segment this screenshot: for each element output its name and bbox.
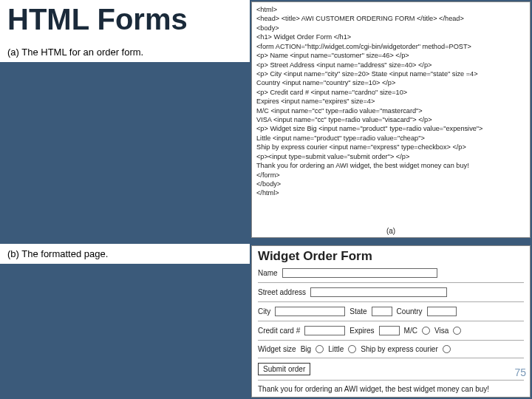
- figure-label-a: (a): [386, 226, 395, 236]
- label-state: State: [349, 307, 366, 316]
- input-city[interactable]: [275, 307, 345, 316]
- label-country: Country: [397, 307, 423, 316]
- code-line: <html>: [256, 5, 525, 14]
- radio-big[interactable]: [316, 345, 324, 353]
- label-name: Name: [258, 269, 278, 277]
- code-line: <p> Credit card # <input name="cardno" s…: [256, 88, 525, 97]
- code-line: Country <input name="country" size=10> <…: [256, 78, 525, 87]
- code-line: <head> <title> AWI CUSTOMER ORDERING FOR…: [256, 14, 525, 23]
- input-name[interactable]: [282, 268, 437, 278]
- label-little: Little: [328, 345, 344, 353]
- label-visa: Visa: [434, 327, 449, 335]
- divider: [258, 358, 524, 358]
- radio-little[interactable]: [348, 345, 356, 353]
- slide-title: HTML Forms: [0, 0, 250, 42]
- label-city: City: [258, 307, 270, 316]
- rendered-form-box: Widget Order Form Name Street address Ci…: [251, 245, 531, 398]
- label-street: Street address: [258, 288, 306, 296]
- code-line: <p> Widget size Big <input name="product…: [256, 124, 525, 133]
- code-line: Little <input name="product" type=radio …: [256, 134, 525, 143]
- divider: [258, 380, 524, 381]
- code-line: <body>: [256, 24, 525, 33]
- caption-a: (a) The HTML for an order form.: [0, 42, 250, 62]
- divider: [258, 340, 524, 341]
- code-line: Expires <input name="expires" size=4>: [256, 97, 525, 106]
- form-heading: Widget Order Form: [258, 249, 524, 264]
- input-state[interactable]: [372, 307, 392, 316]
- html-source-box: <html> <head> <title> AWI CUSTOMER ORDER…: [251, 1, 531, 238]
- divider: [258, 301, 524, 302]
- input-street[interactable]: [310, 287, 447, 297]
- input-expires[interactable]: [379, 326, 400, 335]
- label-expires: Expires: [349, 327, 374, 335]
- code-line: </body>: [256, 180, 525, 188]
- thanks-text: Thank you for ordering an AWI widget, th…: [258, 385, 489, 393]
- divider: [258, 321, 524, 321]
- label-ship: Ship by express courier: [361, 345, 438, 353]
- code-line: </html>: [256, 188, 525, 197]
- checkbox-express[interactable]: [443, 345, 451, 353]
- divider: [258, 282, 524, 283]
- code-line: Thank you for ordering an AWI widget, th…: [256, 161, 525, 170]
- code-line: <h1> Widget Order Form </h1>: [256, 33, 525, 41]
- code-line: Ship by express courier <input name="exp…: [256, 143, 525, 151]
- label-mc: M/C: [404, 327, 417, 335]
- code-line: </form>: [256, 171, 525, 180]
- code-line: <p> Street Address <input name="address"…: [256, 61, 525, 69]
- label-creditcard: Credit card #: [258, 327, 300, 335]
- label-big: Big: [301, 345, 311, 353]
- code-line: M/C <input name="cc" type=radio value="m…: [256, 106, 525, 115]
- caption-b: (b) The formatted page.: [0, 244, 250, 264]
- page-number: 75: [514, 366, 526, 378]
- input-country[interactable]: [427, 307, 457, 316]
- code-line: VISA <input name="cc" type=radio value="…: [256, 115, 525, 124]
- label-widget-size: Widget size: [258, 345, 296, 353]
- code-line: <p><input type=submit value="submit orde…: [256, 152, 525, 161]
- code-line: <form ACTION="http://widget.com/cgi-bin/…: [256, 42, 525, 51]
- code-line: <p> Name <input name="customer" size=46>…: [256, 51, 525, 60]
- submit-button[interactable]: Submit order: [258, 363, 310, 375]
- code-line: <p> City <input name="city" size=20> Sta…: [256, 69, 525, 78]
- radio-mastercard[interactable]: [422, 327, 430, 335]
- input-cardno[interactable]: [304, 326, 345, 335]
- radio-visa[interactable]: [453, 327, 461, 335]
